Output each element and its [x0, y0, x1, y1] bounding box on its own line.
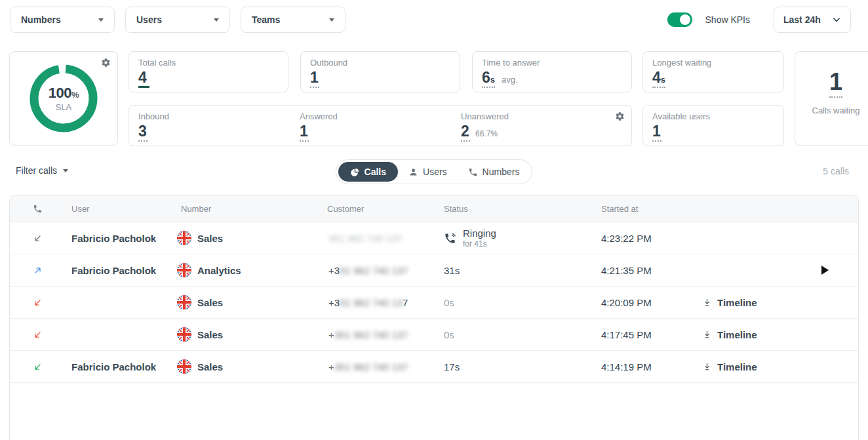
calls-waiting-card: 1 Calls waiting [795, 51, 868, 146]
customer-number-masked: 351 962 740 137 [334, 361, 408, 372]
table-row[interactable]: Fabricio Pacholok Sales 351 962 740 137 … [10, 222, 858, 254]
chevron-down-icon [832, 15, 841, 24]
timeline-button[interactable]: Timeline [702, 361, 757, 372]
download-arrow-icon [702, 297, 712, 308]
filter-bar: Numbers Users Teams Show KPIs Last 24h [0, 0, 868, 39]
time-range-value: Last 24h [783, 14, 821, 25]
tab-numbers[interactable]: Numbers [458, 162, 530, 182]
status-text: 31s [444, 265, 460, 276]
number-name: Sales [197, 297, 223, 308]
sla-value: 100 [49, 85, 71, 101]
sla-percent-sign: % [71, 90, 79, 100]
sla-settings-gear-icon[interactable] [101, 58, 111, 68]
timeline-button[interactable]: Timeline [702, 297, 757, 308]
sla-donut-chart: 100% SLA [28, 63, 99, 134]
available-users-label: Available users [652, 111, 774, 121]
longest-waiting-label: Longest waiting [652, 58, 774, 68]
inbound-arrow-icon [10, 233, 65, 244]
missed-inbound-arrow-icon [10, 297, 65, 308]
status-text: Ringing [463, 228, 496, 239]
unanswered-percent: 66.7% [475, 129, 498, 138]
inbound-settings-gear-icon[interactable] [615, 111, 625, 121]
time-to-answer-unit: s [490, 75, 495, 85]
longest-waiting-unit: s [661, 75, 665, 85]
answered-label: Answered [300, 111, 461, 121]
time-to-answer-label: Time to answer [482, 58, 622, 68]
status-duration: for 41s [463, 239, 496, 249]
teams-dropdown[interactable]: Teams [241, 7, 345, 33]
time-to-answer-card: Time to answer 6savg. [472, 51, 632, 92]
uk-flag-icon [177, 327, 191, 342]
longest-waiting-card: Longest waiting 4s [642, 51, 784, 92]
customer-number-prefix: + [328, 361, 334, 372]
total-calls-card: Total calls 4 [128, 51, 288, 92]
inbound-stats-card: Inbound 3 Answered 1 Unanswered 266.7% [128, 105, 632, 146]
table-row[interactable]: Sales +351 962 740 137 0s 4:17:45 PM Tim… [10, 319, 858, 351]
user-name: Fabricio Pacholok [65, 233, 174, 244]
inbound-label: Inbound [138, 111, 300, 121]
started-at: 4:20:09 PM [595, 297, 686, 308]
tab-users-label: Users [423, 167, 447, 177]
play-recording-button[interactable] [821, 266, 829, 275]
available-users-card: Available users 1 [642, 105, 784, 146]
users-dropdown[interactable]: Users [125, 7, 230, 33]
numbers-dropdown[interactable]: Numbers [10, 7, 115, 33]
time-to-answer-value: 6 [482, 69, 490, 86]
timeline-label: Timeline [717, 329, 757, 340]
number-name: Sales [197, 361, 223, 372]
pie-chart-icon [350, 167, 360, 177]
sla-label: SLA [56, 102, 72, 112]
download-arrow-icon [702, 361, 712, 372]
table-header-row: User Number Customer Status Started at [10, 196, 858, 222]
unanswered-label: Unanswered [461, 111, 622, 121]
calls-waiting-label: Calls waiting [812, 106, 860, 115]
total-calls-label: Total calls [138, 58, 279, 68]
timeline-button[interactable]: Timeline [702, 329, 757, 340]
tab-numbers-label: Numbers [483, 167, 520, 177]
customer-number-prefix: +3 [328, 297, 340, 308]
filter-calls-dropdown[interactable]: Filter calls [16, 165, 68, 176]
uk-flag-icon [177, 295, 191, 310]
header-started: Started at [595, 204, 686, 214]
dropdown-arrow-icon [214, 18, 219, 22]
total-calls-value: 4 [138, 70, 149, 88]
timeline-label: Timeline [717, 361, 757, 372]
show-kpis-toggle[interactable] [667, 12, 692, 27]
dropdown-arrow-icon [98, 18, 104, 22]
tab-calls[interactable]: Calls [338, 162, 398, 182]
time-range-select[interactable]: Last 24h [774, 7, 851, 33]
uk-flag-icon [177, 263, 191, 277]
user-icon [408, 167, 418, 177]
table-row[interactable]: Sales +351 962 740 137 0s 4:20:09 PM Tim… [10, 287, 858, 319]
inbound-stat: Inbound 3 [138, 111, 300, 140]
unanswered-stat: Unanswered 266.7% [461, 111, 622, 140]
header-number: Number [174, 204, 321, 214]
customer-number-masked: 351 962 740 137 [334, 329, 408, 340]
answered-inbound-arrow-icon [10, 361, 65, 372]
ringing-phone-icon [444, 232, 456, 245]
kpi-section: 100% SLA Total calls 4 Outbound 1 Time t… [0, 39, 868, 146]
status-text: 17s [444, 361, 460, 372]
header-user: User [65, 204, 174, 214]
answered-stat: Answered 1 [300, 111, 461, 140]
tab-users[interactable]: Users [398, 162, 458, 182]
sla-card: 100% SLA [9, 51, 118, 146]
header-customer: Customer [321, 204, 437, 214]
answered-value: 1 [300, 123, 309, 142]
table-row[interactable]: Fabricio Pacholok Sales +351 962 740 137… [10, 351, 858, 383]
inbound-value: 3 [138, 123, 148, 142]
number-name: Sales [197, 233, 223, 244]
customer-number-prefix: + [328, 329, 334, 340]
number-name: Sales [197, 329, 223, 340]
time-to-answer-note: avg. [502, 75, 518, 85]
download-arrow-icon [702, 329, 712, 340]
customer-number-masked: 351 962 740 137 [328, 233, 403, 244]
started-at: 4:14:19 PM [595, 361, 686, 372]
table-row[interactable]: Fabricio Pacholok Analytics +351 962 740… [10, 254, 858, 287]
view-tabs: Calls Users Numbers [336, 159, 533, 184]
outbound-label: Outbound [310, 58, 450, 68]
user-name: Fabricio Pacholok [65, 265, 174, 276]
started-at: 4:21:35 PM [595, 265, 686, 276]
filter-calls-label: Filter calls [16, 165, 57, 176]
tab-calls-label: Calls [365, 167, 386, 177]
